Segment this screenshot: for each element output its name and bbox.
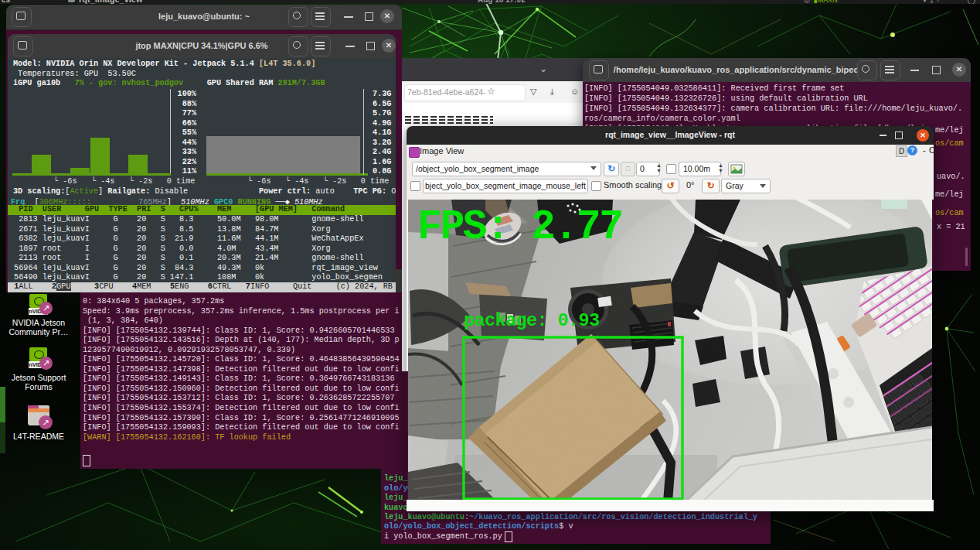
svg-text:FPS: 2.77: FPS: 2.77 xyxy=(417,204,622,251)
svg-text:package: 0.93: package: 0.93 xyxy=(464,310,600,331)
